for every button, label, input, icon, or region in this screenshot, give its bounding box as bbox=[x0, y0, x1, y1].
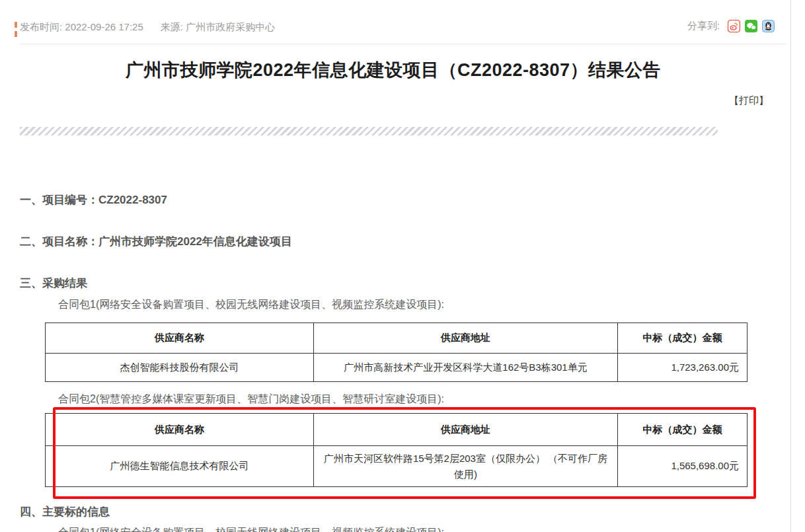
award-amount-cell: 1,723,263.00元 bbox=[618, 354, 748, 382]
section-procurement-result: 三、采购结果 bbox=[20, 276, 87, 291]
col-award-amount: 中标（成交）金额 bbox=[618, 414, 748, 446]
share-label: 分享到: bbox=[687, 20, 720, 32]
supplier-address-cell: 广州市高新技术产业开发区科学大道162号B3栋301单元 bbox=[314, 354, 618, 382]
package2-result-table: 供应商名称 供应商地址 中标（成交）金额 广州德生智能信息技术有限公司 广州市天… bbox=[45, 413, 748, 487]
table-header-row: 供应商名称 供应商地址 中标（成交）金额 bbox=[46, 414, 748, 446]
package1-intro: 合同包1(网络安全设备购置项目、校园无线网络建设项目、视频监控系统建设项目): bbox=[58, 298, 444, 312]
section-main-subject-info: 四、主要标的信息 bbox=[20, 504, 110, 519]
package2-intro: 合同包2(智慧管控多媒体课室更新项目、智慧门岗建设项目、智慧研讨室建设项目): bbox=[58, 393, 444, 406]
print-button[interactable]: 【打印】 bbox=[729, 95, 769, 107]
section-project-name: 二、项目名称：广州市技师学院2022年信息化建设项目 bbox=[20, 234, 292, 249]
section-project-number: 一、项目编号：CZ2022-8307 bbox=[20, 192, 167, 208]
table-row: 杰创智能科技股份有限公司 广州市高新技术产业开发区科学大道162号B3栋301单… bbox=[46, 354, 748, 382]
col-award-amount: 中标（成交）金额 bbox=[618, 323, 748, 354]
col-supplier-address: 供应商地址 bbox=[314, 323, 618, 354]
share-bar: 分享到: bbox=[687, 20, 779, 32]
source-value: 广州市政府采购中心 bbox=[186, 21, 275, 32]
wechat-share-icon[interactable] bbox=[745, 20, 757, 32]
source: 来源: 广州市政府采购中心 bbox=[161, 21, 275, 32]
header-divider-line bbox=[20, 44, 786, 44]
qq-share-icon[interactable] bbox=[762, 20, 775, 32]
source-label: 来源: bbox=[161, 21, 183, 32]
supplier-address-cell: 广州市天河区软件路15号第2层203室（仅限办公） （不可作厂房使用) bbox=[314, 446, 618, 487]
table-row: 广州德生智能信息技术有限公司 广州市天河区软件路15号第2层203室（仅限办公）… bbox=[46, 446, 748, 487]
left-edge-artifact bbox=[15, 31, 17, 37]
publish-time-label: 发布时间: bbox=[20, 21, 62, 32]
page-title: 广州市技师学院2022年信息化建设项目（CZ2022-8307）结果公告 bbox=[20, 58, 767, 82]
clipped-bottom-text: 合同包1(网络安全设备购置项目、校园无线网络建设项目、视频监控系统建设项目): bbox=[58, 526, 444, 532]
weibo-share-icon[interactable] bbox=[728, 20, 740, 32]
col-supplier-name: 供应商名称 bbox=[46, 414, 314, 446]
award-amount-cell: 1,565,698.00元 bbox=[618, 446, 748, 487]
announcement-page: 发布时间: 2022-09-26 17:25来源: 广州市政府采购中心 分享到: bbox=[0, 0, 805, 532]
table-header-row: 供应商名称 供应商地址 中标（成交）金额 bbox=[46, 323, 748, 354]
col-supplier-address: 供应商地址 bbox=[314, 414, 618, 446]
hatched-section-divider bbox=[20, 127, 718, 135]
page-right-border bbox=[790, 0, 791, 532]
meta-bar: 发布时间: 2022-09-26 17:25来源: 广州市政府采购中心 bbox=[20, 21, 292, 34]
publish-time: 发布时间: 2022-09-26 17:25 bbox=[20, 21, 143, 32]
supplier-name-cell: 杰创智能科技股份有限公司 bbox=[46, 354, 314, 382]
publish-time-value: 2022-09-26 17:25 bbox=[65, 21, 143, 32]
col-supplier-name: 供应商名称 bbox=[46, 323, 314, 354]
supplier-name-cell: 广州德生智能信息技术有限公司 bbox=[46, 446, 314, 487]
package1-result-table: 供应商名称 供应商地址 中标（成交）金额 杰创智能科技股份有限公司 广州市高新技… bbox=[45, 323, 748, 382]
left-edge-artifact bbox=[15, 22, 17, 28]
